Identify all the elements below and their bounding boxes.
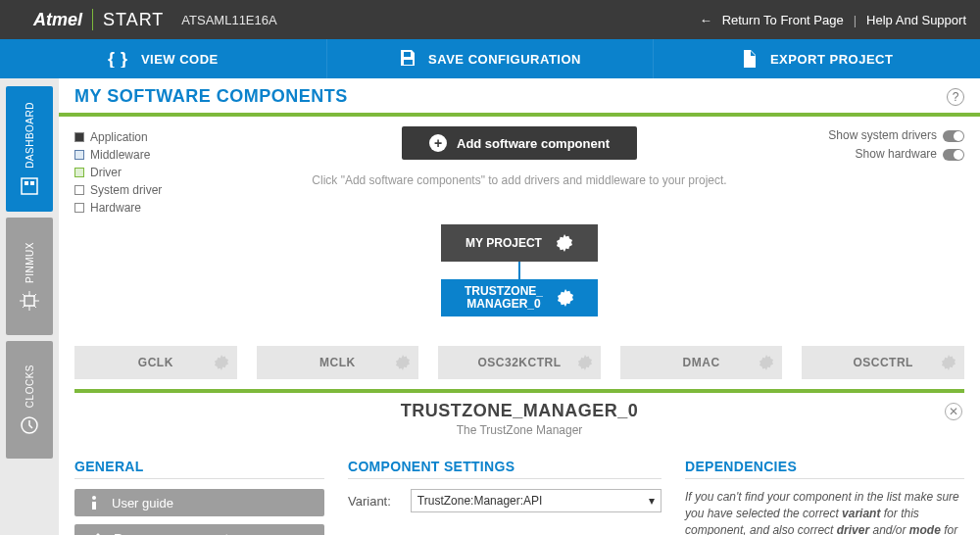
blue-toolbar: { } VIEW CODE SAVE CONFIGURATION EXPORT … bbox=[0, 39, 980, 78]
rail-clocks-label: CLOCKS bbox=[24, 365, 35, 408]
rail-pinmux-label: PINMUX bbox=[24, 242, 35, 283]
rail-dashboard[interactable]: DASHBOARD bbox=[6, 86, 53, 212]
legend-application-swatch-icon bbox=[74, 132, 84, 142]
node-trustzone-line1: TRUSTZONE_ bbox=[465, 284, 543, 298]
add-software-component-button[interactable]: + Add software component bbox=[402, 126, 637, 160]
brand-atmel: Atmel bbox=[33, 10, 82, 30]
gear-icon bbox=[557, 289, 574, 307]
block-gclk-label: GCLK bbox=[138, 356, 173, 369]
rail-dashboard-label: DASHBOARD bbox=[24, 102, 35, 169]
page-help-button[interactable]: ? bbox=[947, 88, 964, 106]
pencil-icon bbox=[88, 531, 102, 535]
legend-system-driver: System driver bbox=[74, 181, 162, 199]
plus-icon: + bbox=[429, 134, 447, 152]
return-front-page-link[interactable]: Return To Front Page bbox=[700, 13, 844, 27]
legend-middleware-label: Middleware bbox=[90, 146, 150, 164]
legend-hardware-label: Hardware bbox=[90, 199, 141, 217]
block-osc32kctrl[interactable]: OSC32KCTRL bbox=[438, 346, 601, 379]
export-icon bbox=[741, 50, 759, 68]
legend-application-label: Application bbox=[90, 128, 148, 146]
user-guide-label: User guide bbox=[112, 496, 173, 511]
toggle-show-system-drivers: Show system drivers bbox=[828, 126, 964, 145]
deps-text-3: and/or bbox=[869, 523, 909, 535]
user-guide-button[interactable]: User guide bbox=[74, 489, 324, 516]
variant-select[interactable]: TrustZone:Manager:API ▾ bbox=[411, 489, 662, 512]
deps-text-4: for bbox=[941, 523, 957, 535]
help-support-link[interactable]: Help And Support bbox=[866, 13, 966, 27]
block-gclk[interactable]: GCLK bbox=[74, 346, 237, 379]
svg-point-6 bbox=[92, 496, 96, 500]
variant-value: TrustZone:Manager:API bbox=[417, 494, 543, 508]
close-details-button[interactable]: ✕ bbox=[945, 403, 962, 420]
panel-general-heading: GENERAL bbox=[74, 459, 324, 479]
legend-middleware: Middleware bbox=[74, 146, 162, 164]
variant-label: Variant: bbox=[348, 494, 391, 509]
details-panels: GENERAL User guide Rename component COMP… bbox=[74, 459, 964, 535]
legend-driver: Driver bbox=[74, 164, 162, 181]
page-title-bar: MY SOFTWARE COMPONENTS ? bbox=[59, 78, 980, 117]
save-config-label: SAVE CONFIGURATION bbox=[428, 52, 581, 67]
save-config-button[interactable]: SAVE CONFIGURATION bbox=[327, 39, 655, 78]
block-dmac-label: DMAC bbox=[683, 356, 720, 369]
rename-component-button[interactable]: Rename component bbox=[74, 524, 324, 535]
project-graph: MY PROJECT TRUSTZONE_ MANAGER_0 bbox=[441, 224, 598, 316]
gear-icon bbox=[556, 234, 573, 252]
dashboard-icon bbox=[20, 176, 39, 196]
rename-component-label: Rename component bbox=[114, 531, 228, 536]
block-osc32kctrl-label: OSC32KCTRL bbox=[477, 356, 561, 369]
view-code-button[interactable]: { } VIEW CODE bbox=[0, 39, 327, 78]
rail-clocks[interactable]: CLOCKS bbox=[6, 341, 53, 459]
chip-name: ATSAML11E16A bbox=[181, 13, 276, 27]
block-oscctrl-label: OSCCTRL bbox=[853, 356, 913, 369]
show-system-drivers-switch[interactable] bbox=[943, 130, 964, 142]
top-bar: Atmel START ATSAML11E16A Return To Front… bbox=[0, 0, 980, 39]
node-trustzone-manager[interactable]: TRUSTZONE_ MANAGER_0 bbox=[441, 279, 598, 316]
brand-start: START bbox=[103, 10, 164, 30]
legend-driver-label: Driver bbox=[90, 164, 122, 181]
toggle-show-system-drivers-label: Show system drivers bbox=[828, 126, 937, 145]
braces-icon: { } bbox=[108, 50, 129, 68]
node-my-project[interactable]: MY PROJECT bbox=[441, 224, 598, 262]
details-subtitle: The TrustZone Manager bbox=[74, 423, 964, 437]
side-rail: DASHBOARD PINMUX CLOCKS bbox=[0, 78, 59, 535]
canvas-toggles: Show system drivers Show hardware bbox=[828, 126, 964, 164]
legend-hardware: Hardware bbox=[74, 199, 162, 217]
panel-component-settings: COMPONENT SETTINGS Variant: TrustZone:Ma… bbox=[348, 459, 662, 535]
export-project-label: EXPORT PROJECT bbox=[770, 52, 893, 67]
export-project-button[interactable]: EXPORT PROJECT bbox=[654, 39, 980, 78]
rail-pinmux[interactable]: PINMUX bbox=[6, 218, 53, 335]
legend-application: Application bbox=[74, 128, 162, 146]
return-front-page-label: Return To Front Page bbox=[722, 13, 844, 27]
block-oscctrl[interactable]: OSCCTRL bbox=[802, 346, 964, 379]
legend-system-driver-swatch-icon bbox=[74, 185, 84, 195]
view-code-label: VIEW CODE bbox=[141, 52, 219, 67]
panel-dependencies: DEPENDENCIES If you can't find your comp… bbox=[685, 459, 964, 535]
system-driver-row: GCLK MCLK OSC32KCTRL DMAC OSCCTRL bbox=[74, 346, 964, 379]
add-software-component-label: Add software component bbox=[457, 136, 610, 151]
gear-icon bbox=[214, 355, 229, 370]
show-hardware-switch[interactable] bbox=[943, 149, 964, 161]
component-details: ✕ TRUSTZONE_MANAGER_0 The TrustZone Mana… bbox=[74, 389, 964, 535]
dependencies-text: If you can't find your component in the … bbox=[685, 489, 964, 535]
legend-driver-swatch-icon bbox=[74, 168, 84, 177]
node-trustzone-line2: MANAGER_0 bbox=[466, 297, 540, 311]
gear-icon bbox=[577, 355, 593, 370]
variant-row: Variant: TrustZone:Manager:API ▾ bbox=[348, 489, 662, 512]
deps-text-driver: driver bbox=[837, 523, 869, 535]
deps-text-mode: mode bbox=[909, 523, 941, 535]
chip-icon bbox=[20, 291, 39, 311]
gear-icon bbox=[941, 355, 956, 370]
node-trustzone-manager-label: TRUSTZONE_ MANAGER_0 bbox=[465, 285, 543, 311]
top-right-links: Return To Front Page | Help And Support bbox=[700, 13, 966, 27]
block-mclk[interactable]: MCLK bbox=[257, 346, 419, 379]
clock-icon bbox=[20, 415, 39, 435]
help-support-label: Help And Support bbox=[866, 13, 966, 27]
toggle-show-hardware-label: Show hardware bbox=[856, 145, 937, 164]
svg-rect-2 bbox=[24, 181, 28, 185]
block-dmac[interactable]: DMAC bbox=[620, 346, 783, 379]
svg-text:{ }: { } bbox=[108, 50, 128, 68]
svg-rect-3 bbox=[30, 181, 34, 185]
canvas-hint: Click "Add software components" to add d… bbox=[312, 173, 726, 187]
legend-hardware-swatch-icon bbox=[74, 203, 84, 213]
panel-dependencies-heading: DEPENDENCIES bbox=[685, 459, 964, 479]
